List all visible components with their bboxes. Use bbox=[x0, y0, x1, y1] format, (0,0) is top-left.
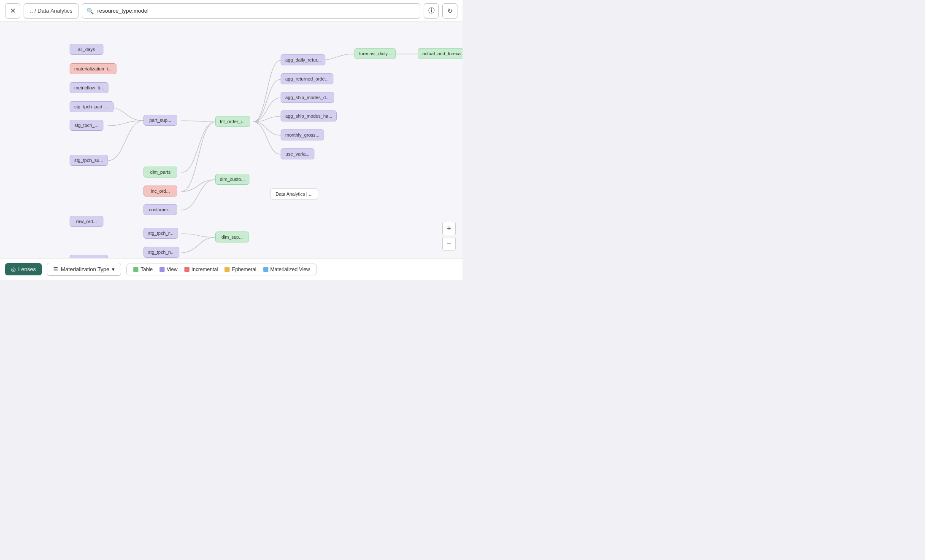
node-agg_ship_modes_d[interactable]: agg_ship_modes_d... bbox=[281, 92, 334, 103]
refresh-button[interactable]: ↻ bbox=[442, 3, 457, 19]
node-stg_tpch_n[interactable]: stg_tpch_n... bbox=[143, 247, 179, 258]
legend-label-materialized: Materialized View bbox=[270, 267, 310, 272]
node-actual_and_foreca[interactable]: actual_and_foreca... bbox=[418, 48, 462, 59]
legend-label-ephemeral: Ephemeral bbox=[232, 267, 256, 272]
zoom-out-button[interactable]: − bbox=[442, 237, 456, 250]
legend-label-incremental: Incremental bbox=[192, 267, 218, 272]
bottom-bar: ◎ Lenses ☰ Materialization Type ▾ Table … bbox=[0, 258, 462, 280]
lenses-label: Lenses bbox=[18, 266, 36, 272]
breadcrumb-button[interactable]: .. / Data Analytics bbox=[24, 3, 78, 19]
node-agg_daily_retur[interactable]: agg_daily_retur... bbox=[281, 54, 325, 65]
toolbar: ✕ .. / Data Analytics 🔍 ⓘ ↻ bbox=[0, 0, 462, 22]
legend-dot-ephemeral bbox=[224, 267, 230, 272]
legend-label-view: View bbox=[167, 267, 178, 272]
lenses-icon: ◎ bbox=[11, 266, 16, 272]
node-forecast_daily[interactable]: forecast_daily... bbox=[354, 48, 396, 59]
node-stg_tpch_r[interactable]: stg_tpch_r... bbox=[143, 228, 178, 239]
legend-label-table: Table bbox=[141, 267, 153, 272]
node-monthly_gross[interactable]: monthly_gross... bbox=[281, 129, 324, 140]
node-stg_tpch[interactable]: stg_tpch_... bbox=[70, 120, 103, 131]
node-stg_tpch_su[interactable]: stg_tpch_su... bbox=[70, 155, 108, 166]
chevron-down-icon: ▾ bbox=[112, 266, 115, 272]
info-button[interactable]: ⓘ bbox=[424, 3, 439, 19]
mat-type-label: Materialization Type bbox=[61, 266, 109, 272]
legend-dot-table bbox=[133, 267, 138, 272]
node-mat_i[interactable]: materialization_i... bbox=[70, 63, 116, 74]
lenses-button[interactable]: ◎ Lenses bbox=[5, 263, 42, 275]
search-input[interactable] bbox=[97, 8, 416, 14]
mat-type-icon: ☰ bbox=[53, 266, 58, 272]
node-stg_tpch_part[interactable]: stg_tpch_part_... bbox=[70, 101, 114, 112]
close-button[interactable]: ✕ bbox=[5, 3, 20, 19]
legend-item-incremental: Incremental bbox=[184, 267, 218, 272]
legend-item-view: View bbox=[160, 267, 178, 272]
zoom-controls: + − bbox=[442, 222, 456, 250]
zoom-in-button[interactable]: + bbox=[442, 222, 456, 235]
legend-dot-incremental bbox=[184, 267, 189, 272]
node-use_varia[interactable]: use_varia... bbox=[281, 148, 314, 159]
node-agg_returned_orde[interactable]: agg_returned_orde... bbox=[281, 73, 333, 84]
node-part_sup[interactable]: part_sup... bbox=[143, 115, 177, 126]
node-customer1[interactable]: customer... bbox=[143, 204, 177, 215]
group-label: Data Analytics | ... bbox=[270, 188, 318, 199]
node-metricflow_ti[interactable]: metricflow_ti... bbox=[70, 82, 108, 93]
legend-item-materialized: Materialized View bbox=[263, 267, 310, 272]
graph-area: all_daysmaterialization_i...metricflow_t… bbox=[0, 22, 462, 258]
node-dim_custo1[interactable]: dim_custo... bbox=[215, 174, 249, 185]
node-stg_tpch_cu[interactable]: stg_tpch_cu... bbox=[70, 255, 108, 258]
materialization-type-button[interactable]: ☰ Materialization Type ▾ bbox=[47, 263, 121, 276]
node-agg_ship_modes_ha[interactable]: agg_ship_modes_ha... bbox=[281, 110, 337, 121]
node-dim_sup[interactable]: dim_sup... bbox=[215, 232, 249, 242]
legend-dot-view bbox=[160, 267, 165, 272]
legend-item-ephemeral: Ephemeral bbox=[224, 267, 256, 272]
search-bar: 🔍 bbox=[82, 3, 420, 19]
node-raw_ord[interactable]: raw_ord... bbox=[70, 216, 103, 227]
node-all_days[interactable]: all_days bbox=[70, 44, 103, 55]
node-fct_order_i[interactable]: fct_order_i... bbox=[215, 116, 250, 127]
legend: Table View Incremental Ephemeral Materia… bbox=[126, 264, 317, 275]
node-dim_parts[interactable]: dim_parts bbox=[143, 167, 177, 178]
search-icon: 🔍 bbox=[87, 8, 94, 14]
legend-dot-materialized bbox=[263, 267, 268, 272]
node-inc_ord[interactable]: inc_ord... bbox=[143, 186, 177, 197]
legend-item-table: Table bbox=[133, 267, 153, 272]
